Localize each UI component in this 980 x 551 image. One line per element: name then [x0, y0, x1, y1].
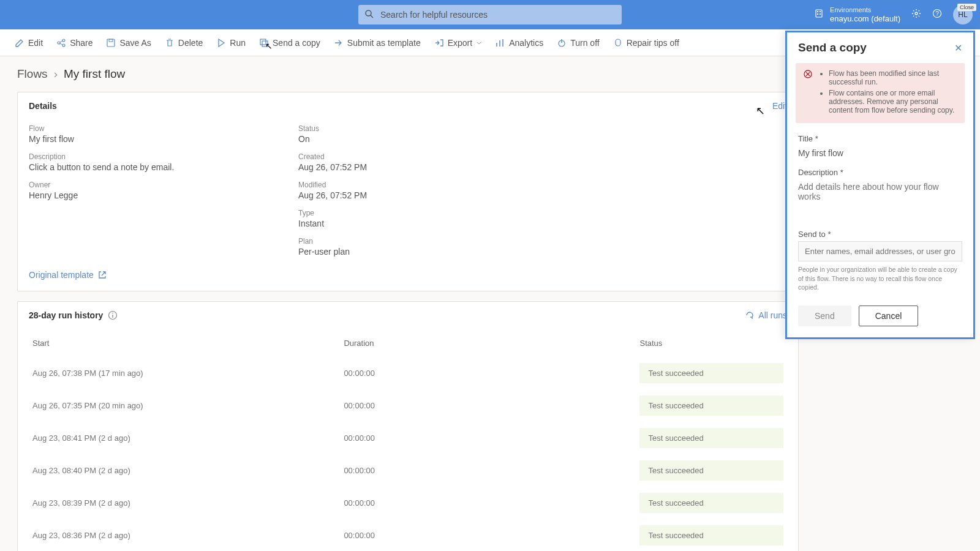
cell-start: Aug 26, 07:35 PM (20 min ago) — [19, 390, 329, 421]
svg-point-11 — [62, 39, 65, 42]
cell-duration: 00:00:00 — [330, 422, 625, 454]
svg-rect-17 — [260, 39, 266, 45]
breadcrumb-current: My first flow — [64, 67, 125, 81]
submit-button[interactable]: Submit as template — [334, 38, 421, 48]
user-avatar[interactable]: HL Close — [953, 5, 973, 24]
cell-status: Test succeeded — [626, 390, 797, 421]
cell-status: Test succeeded — [626, 520, 797, 551]
table-row[interactable]: Aug 23, 08:41 PM (2 d ago)00:00:00Test s… — [19, 422, 797, 454]
cell-duration: 00:00:00 — [330, 455, 625, 486]
export-button[interactable]: Export — [434, 38, 482, 48]
cell-duration: 00:00:00 — [330, 487, 625, 519]
breadcrumb-root[interactable]: Flows — [17, 67, 48, 81]
details-card: Details Edit FlowMy first flow Descripti… — [17, 92, 799, 291]
table-row[interactable]: Aug 23, 08:39 PM (2 d ago)00:00:00Test s… — [19, 487, 797, 519]
col-status: Status — [626, 330, 797, 356]
svg-point-0 — [366, 10, 371, 16]
external-link-icon — [97, 270, 107, 280]
panel-close-icon[interactable]: ✕ — [954, 42, 962, 54]
saveas-button[interactable]: Save As — [106, 38, 151, 48]
cell-duration: 00:00:00 — [330, 390, 625, 421]
turnoff-button[interactable]: Turn off — [557, 38, 599, 48]
analytics-button[interactable]: Analytics — [496, 38, 543, 48]
cell-start: Aug 23, 08:41 PM (2 d ago) — [19, 422, 329, 454]
svg-rect-6 — [820, 13, 821, 15]
description-input[interactable] — [798, 179, 962, 220]
error-icon — [803, 69, 813, 117]
details-title: Details — [29, 101, 57, 111]
cell-start: Aug 23, 08:39 PM (2 d ago) — [19, 487, 329, 519]
title-label: Title * — [798, 134, 962, 143]
environment-name: enayu.com (default) — [830, 14, 900, 24]
cancel-button[interactable]: Cancel — [859, 305, 919, 326]
table-row[interactable]: Aug 26, 07:35 PM (20 min ago)00:00:00Tes… — [19, 390, 797, 421]
sendto-input[interactable] — [798, 241, 962, 261]
sendcopy-button[interactable]: Send a copy — [259, 38, 320, 48]
all-runs-link[interactable]: All runs — [745, 310, 787, 320]
run-button[interactable]: Run — [216, 38, 246, 48]
help-icon[interactable]: ? — [932, 9, 942, 21]
svg-point-23 — [113, 313, 114, 314]
svg-point-7 — [915, 12, 918, 15]
table-row[interactable]: Aug 23, 08:36 PM (2 d ago)00:00:00Test s… — [19, 520, 797, 551]
cell-start: Aug 23, 08:40 PM (2 d ago) — [19, 455, 329, 486]
svg-rect-15 — [107, 39, 115, 47]
settings-icon[interactable] — [911, 9, 921, 21]
send-button[interactable]: Send — [798, 305, 851, 326]
svg-rect-4 — [820, 11, 821, 12]
col-duration: Duration — [330, 330, 625, 356]
svg-rect-5 — [817, 13, 818, 15]
svg-point-12 — [62, 44, 65, 47]
cell-start: Aug 26, 07:38 PM (17 min ago) — [19, 358, 329, 389]
history-table: Start Duration Status Aug 26, 07:38 PM (… — [18, 329, 798, 551]
share-button[interactable]: Share — [56, 38, 92, 48]
environment-picker[interactable]: Environments enayu.com (default) — [814, 6, 900, 24]
cell-status: Test succeeded — [626, 487, 797, 519]
repair-button[interactable]: Repair tips off — [613, 38, 679, 48]
cell-duration: 00:00:00 — [330, 358, 625, 389]
cell-status: Test succeeded — [626, 358, 797, 389]
sendcopy-panel: Send a copy ✕ Flow has been modified sin… — [785, 31, 975, 339]
svg-rect-18 — [262, 41, 268, 47]
original-template-link[interactable]: Original template — [18, 270, 798, 291]
svg-rect-2 — [816, 10, 822, 17]
svg-line-14 — [60, 43, 62, 45]
history-title: 28-day run history — [29, 310, 103, 320]
search-icon — [364, 9, 374, 21]
cell-status: Test succeeded — [626, 455, 797, 486]
info-icon[interactable] — [108, 310, 118, 320]
sendto-hint: People in your organization will be able… — [798, 265, 962, 292]
cell-start: Aug 23, 08:36 PM (2 d ago) — [19, 520, 329, 551]
close-badge: Close — [957, 4, 976, 11]
search-wrap — [358, 5, 622, 24]
title-input[interactable] — [798, 146, 962, 160]
top-header: Environments enayu.com (default) ? HL Cl… — [0, 0, 980, 29]
table-row[interactable]: Aug 26, 07:38 PM (17 min ago)00:00:00Tes… — [19, 358, 797, 389]
alert-box: Flow has been modified since last succes… — [796, 63, 965, 123]
svg-point-10 — [58, 42, 60, 44]
delete-button[interactable]: Delete — [165, 38, 203, 48]
refresh-icon — [745, 310, 755, 320]
edit-button[interactable]: Edit — [15, 38, 43, 48]
svg-rect-3 — [817, 11, 818, 12]
svg-line-13 — [60, 41, 62, 42]
col-start: Start — [19, 330, 329, 356]
environment-label: Environments — [830, 6, 900, 14]
svg-text:?: ? — [935, 10, 939, 17]
cell-status: Test succeeded — [626, 422, 797, 454]
svg-line-1 — [371, 15, 373, 18]
breadcrumb: Flows › My first flow — [17, 67, 799, 81]
table-row[interactable]: Aug 23, 08:40 PM (2 d ago)00:00:00Test s… — [19, 455, 797, 486]
environment-icon — [814, 9, 824, 21]
sendto-label: Send to * — [798, 230, 962, 239]
panel-title: Send a copy — [798, 41, 867, 54]
description-label: Description * — [798, 168, 962, 177]
search-input[interactable] — [358, 5, 622, 24]
chevron-right-icon: › — [54, 67, 58, 81]
history-card: 28-day run history All runs Start Durati… — [17, 301, 799, 551]
cell-duration: 00:00:00 — [330, 520, 625, 551]
